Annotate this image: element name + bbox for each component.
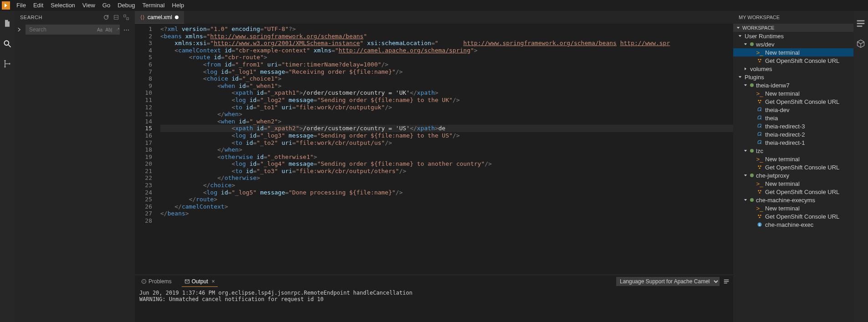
tree-label: theia-redirect-2 [765, 131, 805, 138]
tree-label: ws/dev [756, 41, 774, 48]
tree-label: che-machine-execyms [756, 197, 815, 204]
svg-rect-32 [857, 20, 865, 22]
tree-item-new-terminal[interactable]: >_New terminal [733, 155, 853, 163]
tree-label: theia-redirect-1 [765, 139, 805, 146]
menu-file[interactable]: File [13, 0, 30, 11]
svg-rect-33 [857, 23, 865, 24]
svg-point-18 [758, 100, 759, 101]
svg-point-2 [4, 60, 5, 61]
clear-output-icon[interactable] [723, 278, 730, 285]
more-icon[interactable]: ⋯ [123, 26, 129, 33]
svg-point-3 [4, 66, 5, 67]
svg-point-11 [143, 282, 144, 283]
tree-item-theia-redirect-3[interactable]: theia-redirect-3 [733, 122, 853, 130]
svg-rect-34 [857, 26, 863, 26]
svg-point-15 [758, 59, 759, 60]
tree-item-user-runtimes[interactable]: User Runtimes [733, 32, 853, 40]
tree-item-lzc[interactable]: lzc [733, 147, 853, 155]
tree-item-theia[interactable]: theia [733, 114, 853, 122]
svg-point-25 [760, 190, 761, 191]
tree-label: Get OpenShift Console URL [765, 98, 839, 105]
match-word-icon[interactable]: Ab| [105, 27, 112, 32]
menu-edit[interactable]: Edit [30, 0, 47, 11]
svg-point-28 [760, 215, 761, 216]
tree-item-che-machine-execyms[interactable]: che-machine-execyms [733, 196, 853, 204]
tree-label: New terminal [765, 205, 800, 212]
chevron-down-icon [743, 83, 748, 87]
tree-item-theia-dev[interactable]: theia-dev [733, 106, 853, 114]
tree-label: New terminal [765, 90, 800, 97]
problems-icon [141, 279, 147, 284]
tree-item-new-terminal[interactable]: >_New terminal [733, 179, 853, 188]
menu-help[interactable]: Help [168, 0, 188, 11]
svg-point-23 [759, 168, 761, 169]
tree-item-theia-redirect-1[interactable]: theia-redirect-1 [733, 138, 853, 147]
workspace-panel: MY WORKSPACE WORKSPACE User Runtimesws/d… [733, 11, 853, 322]
tree-item-get-openshift-console-url[interactable]: Get OpenShift Console URL [733, 97, 853, 106]
search-options: Aa Ab| ·* [96, 27, 122, 32]
svg-rect-13 [724, 281, 729, 282]
match-case-icon[interactable]: Aa [96, 27, 103, 32]
cube-icon[interactable] [856, 39, 865, 48]
editor[interactable]: 1234567891011121314151617181920212223242… [135, 24, 733, 275]
tree-label: che-machine-exec [765, 221, 813, 228]
tree-item-che-machine-exec[interactable]: iche-machine-exec [733, 220, 853, 229]
tree-item-theia-idenw7[interactable]: theia-idenw7 [733, 81, 853, 89]
regex-icon[interactable]: ·* [114, 27, 122, 32]
tree-item-get-openshift-console-url[interactable]: Get OpenShift Console URL [733, 212, 853, 220]
workspace-section[interactable]: WORKSPACE [733, 24, 853, 32]
tree-item-ws-dev[interactable]: ws/dev [733, 40, 853, 48]
tree-label: che-jwtproxy [756, 172, 789, 179]
tree-item-get-openshift-console-url[interactable]: Get OpenShift Console URL [733, 163, 853, 171]
output-icon [184, 279, 190, 284]
search-icon[interactable] [3, 39, 12, 48]
tree-item-volumes[interactable]: volumes [733, 65, 853, 73]
code-content[interactable]: <?xml version="1.0" encoding="UTF-8"?><b… [160, 24, 733, 275]
tree-label: New terminal [765, 156, 800, 163]
menu-debug[interactable]: Debug [114, 0, 138, 11]
tree-item-new-terminal[interactable]: >_New terminal [733, 204, 853, 212]
svg-point-0 [4, 41, 9, 45]
chevron-down-icon [738, 34, 742, 38]
menu-terminal[interactable]: Terminal [138, 0, 168, 11]
outline-icon[interactable] [856, 19, 865, 28]
search-title: SEARCH [20, 15, 42, 20]
tree-item-theia-redirect-2[interactable]: theia-redirect-2 [733, 130, 853, 138]
svg-rect-12 [724, 280, 729, 281]
editor-tabs: ⟨⟩ camel.xml [135, 11, 733, 24]
tree-item-get-openshift-console-url[interactable]: Get OpenShift Console URL [733, 188, 853, 196]
tree-item-plugins[interactable]: Plugins [733, 73, 853, 81]
svg-rect-7 [124, 15, 126, 17]
tab-camel-xml[interactable]: ⟨⟩ camel.xml [135, 11, 184, 24]
svg-point-20 [759, 102, 761, 103]
svg-point-19 [760, 100, 761, 101]
clear-icon[interactable] [113, 14, 119, 20]
svg-rect-14 [724, 283, 727, 284]
collapse-icon[interactable] [123, 14, 129, 20]
tree-item-che-jwtproxy[interactable]: che-jwtproxy [733, 171, 853, 179]
tree-item-new-terminal[interactable]: >_New terminal [733, 48, 853, 56]
bottom-panel: Problems Output × Language Support for A… [135, 275, 733, 322]
chevron-right-icon[interactable] [16, 27, 22, 32]
tab-label: camel.xml [148, 14, 172, 20]
tree-label: New terminal [765, 180, 800, 187]
tree-item-get-openshift-console-url[interactable]: Get OpenShift Console URL [733, 56, 853, 65]
svg-point-26 [759, 192, 761, 194]
tree-label: theia-dev [765, 107, 789, 113]
menu-go[interactable]: Go [99, 0, 114, 11]
output-tab[interactable]: Output × [182, 276, 218, 287]
tree-item-new-terminal[interactable]: >_New terminal [733, 89, 853, 97]
problems-tab[interactable]: Problems [138, 276, 174, 286]
menu-view[interactable]: View [79, 0, 99, 11]
svg-text:i: i [759, 223, 761, 227]
tree-label: Get OpenShift Console URL [765, 189, 839, 195]
close-icon[interactable]: × [212, 278, 215, 285]
files-icon[interactable] [3, 19, 12, 28]
output-channel-select[interactable]: Language Support for Apache Camel [616, 277, 720, 286]
menu-selection[interactable]: Selection [47, 0, 78, 11]
chevron-right-icon [743, 66, 748, 71]
tree-label: theia-redirect-3 [765, 123, 805, 130]
git-icon[interactable] [3, 59, 12, 68]
refresh-icon[interactable] [103, 14, 109, 20]
app-logo [2, 1, 10, 10]
